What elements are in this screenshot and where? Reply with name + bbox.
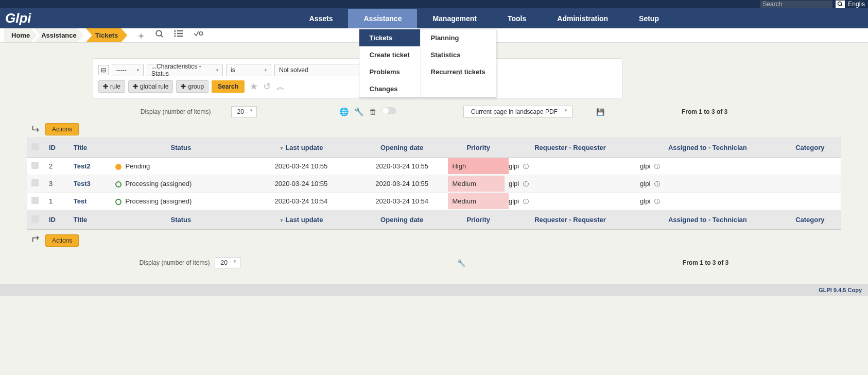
col-opening-date[interactable]: Opening date — [352, 138, 453, 158]
cell-status: Pending — [111, 158, 251, 175]
globe-icon[interactable]: 🌐 — [339, 107, 349, 116]
col-opening-foot[interactable]: Opening date — [352, 210, 453, 230]
col-last-update[interactable]: ▼Last update — [251, 138, 352, 158]
select-all-checkbox[interactable] — [31, 143, 39, 150]
dropdown-problems[interactable]: Problems — [359, 63, 420, 80]
criterion-value-select[interactable]: Not solved — [274, 64, 372, 76]
info-icon[interactable]: ⓘ — [654, 181, 660, 187]
col-requester-foot[interactable]: Requester - Requester — [505, 210, 636, 230]
criterion-condition-select[interactable]: is — [226, 64, 271, 76]
export-format-select[interactable]: Current page in landscape PDF — [463, 106, 572, 118]
col-title[interactable]: Title — [70, 138, 111, 158]
dropdown-statistics[interactable]: Statistics — [421, 46, 496, 63]
select-all-checkbox-bottom[interactable] — [31, 215, 39, 223]
ticket-title-link[interactable]: Test3 — [74, 180, 91, 187]
nav-assistance[interactable]: Assistance — [348, 9, 417, 28]
col-last-update-foot[interactable]: ▼Last update — [251, 210, 352, 230]
nav-assets[interactable]: Assets — [294, 9, 349, 28]
cell-assigned: glpi ⓘ — [636, 158, 779, 175]
status-dot-pending-icon — [115, 164, 121, 170]
info-icon[interactable]: ⓘ — [523, 163, 529, 169]
info-icon[interactable]: ⓘ — [654, 198, 660, 204]
row-checkbox[interactable] — [31, 179, 39, 186]
collapse-up-icon[interactable]: ︽ — [276, 80, 285, 93]
cell-priority: Medium — [448, 193, 508, 209]
row-checkbox[interactable] — [31, 197, 39, 204]
col-category-foot[interactable]: Category — [779, 210, 841, 230]
footer-version[interactable]: GLPI 9.4.5 Copy — [819, 287, 862, 293]
dropdown-recurrent-tickets[interactable]: Recurrent tickets — [421, 63, 496, 80]
info-icon[interactable]: ⓘ — [523, 181, 529, 187]
table-row: 1TestProcessing (assigned)2020-03-24 10:… — [27, 193, 841, 210]
col-category[interactable]: Category — [779, 138, 841, 158]
per-page-select-bottom[interactable]: 20 — [215, 257, 240, 268]
list-icon[interactable] — [173, 29, 184, 42]
check-icon[interactable] — [193, 29, 203, 42]
assistance-dropdown: Tickets Create ticket Problems Changes P… — [359, 29, 496, 98]
select-arrow-up-icon[interactable] — [31, 235, 41, 246]
remove-criterion-button[interactable]: ⊟ — [98, 65, 109, 75]
cell-id: 2 — [45, 158, 70, 175]
reset-icon[interactable]: ↺ — [263, 81, 271, 92]
col-assigned[interactable]: Assigned to - Technician — [636, 138, 779, 158]
select-arrow-icon[interactable] — [31, 124, 41, 134]
trash-icon[interactable]: 🗑 — [369, 107, 377, 116]
svg-line-1 — [841, 5, 843, 7]
search-icon — [837, 1, 843, 7]
criterion-operator-select[interactable]: ----- — [112, 64, 144, 76]
criterion-field-select[interactable]: ...Characteristics - Status — [147, 64, 223, 76]
ticket-title-link[interactable]: Test2 — [74, 162, 91, 170]
nav-administration[interactable]: Administration — [542, 9, 623, 28]
add-global-rule-button[interactable]: ✚global rule — [128, 80, 173, 93]
svg-rect-7 — [177, 32, 183, 33]
actions-button-bottom[interactable]: Actions — [45, 234, 79, 247]
col-title-foot[interactable]: Title — [70, 210, 111, 230]
dropdown-create-ticket[interactable]: Create ticket — [359, 46, 420, 63]
wrench-icon[interactable]: 🔧 — [354, 107, 364, 116]
cell-last-update: 2020-03-24 10:55 — [251, 175, 352, 193]
col-requester[interactable]: Requester - Requester — [505, 138, 636, 158]
save-export-icon[interactable]: 💾 — [596, 108, 604, 116]
svg-point-0 — [838, 2, 842, 6]
search-tool-icon[interactable] — [155, 29, 164, 42]
cell-opening: 2020-03-24 10:55 — [352, 158, 453, 175]
search-button[interactable]: Search — [212, 80, 245, 93]
info-icon[interactable]: ⓘ — [654, 163, 660, 169]
col-status[interactable]: Status — [111, 138, 251, 158]
col-id-foot[interactable]: ID — [45, 210, 70, 230]
actions-button-top[interactable]: Actions — [45, 123, 79, 135]
breadcrumb-home[interactable]: Home — [4, 28, 37, 42]
cell-opening: 2020-03-24 10:54 — [352, 193, 453, 210]
per-page-select[interactable]: 20 — [231, 106, 256, 117]
dropdown-changes[interactable]: Changes — [359, 80, 420, 97]
col-id[interactable]: ID — [45, 138, 70, 158]
bookmark-star-icon[interactable]: ★ — [250, 81, 258, 92]
col-priority-foot[interactable]: Priority — [452, 210, 504, 230]
global-search-button[interactable] — [836, 1, 845, 8]
status-dot-processing-icon — [115, 181, 121, 187]
settings-wrench-icon[interactable]: 🔧 — [457, 259, 465, 267]
col-priority[interactable]: Priority — [452, 138, 504, 158]
pager-range-text: From 1 to 3 of 3 — [682, 108, 727, 115]
add-group-button[interactable]: ✚group — [176, 80, 209, 93]
ticket-title-link[interactable]: Test — [74, 197, 87, 205]
toggle-switch[interactable] — [382, 107, 396, 114]
language-link[interactable]: Englis — [848, 1, 865, 8]
info-icon[interactable]: ⓘ — [523, 198, 529, 204]
add-rule-button[interactable]: ✚rule — [98, 80, 125, 93]
dropdown-planning[interactable]: Planning — [421, 29, 496, 46]
col-assigned-foot[interactable]: Assigned to - Technician — [636, 210, 779, 230]
nav-tools[interactable]: Tools — [492, 9, 542, 28]
nav-management[interactable]: Management — [417, 9, 492, 28]
global-search-input[interactable] — [760, 1, 832, 8]
dropdown-tickets[interactable]: Tickets — [359, 29, 420, 46]
nav-setup[interactable]: Setup — [623, 9, 674, 28]
add-icon[interactable]: ＋ — [136, 29, 146, 42]
breadcrumb-tickets[interactable]: Tickets — [86, 28, 128, 42]
row-checkbox[interactable] — [31, 162, 39, 169]
cell-opening: 2020-03-24 10:55 — [352, 175, 453, 193]
breadcrumb-assistance[interactable]: Assistance — [34, 28, 84, 42]
col-status-foot[interactable]: Status — [111, 210, 251, 230]
cell-assigned: glpi ⓘ — [636, 175, 779, 193]
app-logo[interactable]: Glpi — [5, 10, 31, 26]
